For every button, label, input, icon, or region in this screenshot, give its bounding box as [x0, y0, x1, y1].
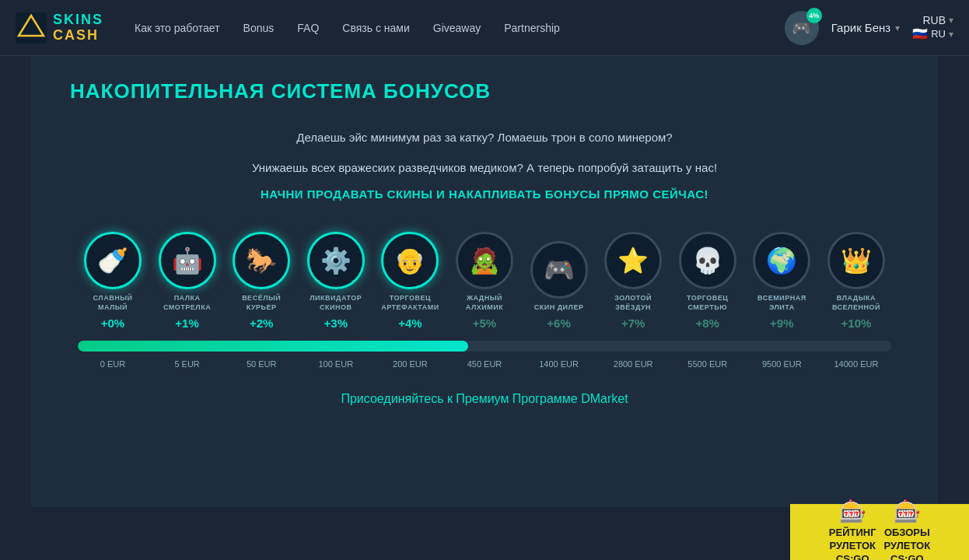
- level-circle-6: 🎮: [530, 241, 588, 299]
- level-circle-1: 🤖: [159, 232, 216, 289]
- level-circle-9: 🌍: [753, 232, 810, 289]
- level-bonus-1: +1%: [175, 317, 198, 330]
- eur-label-1: 5 EUR: [152, 359, 222, 369]
- user-chevron-icon: ▾: [895, 23, 900, 33]
- eur-label-7: 2800 EUR: [598, 359, 668, 369]
- level-bonus-0: +0%: [101, 317, 124, 330]
- level-name-0: СЛАВНЫЙ МАЛЫЙ: [82, 294, 144, 312]
- main-nav: Как это работает Bonus FAQ Связь с нами …: [135, 22, 785, 34]
- level-item-7: ⭐ЗОЛОТОЙ ЗВЁЗДУН+7%: [598, 232, 668, 330]
- nav-bonus[interactable]: Bonus: [243, 22, 275, 34]
- level-circle-5: 🧟: [456, 232, 513, 289]
- level-name-7: ЗОЛОТОЙ ЗВЁЗДУН: [602, 294, 664, 312]
- eur-label-0: 0 EUR: [78, 359, 148, 369]
- level-bonus-6: +6%: [547, 317, 570, 330]
- level-item-6: 🎮СКИН ДИЛЕР+6%: [524, 241, 594, 331]
- rating-widget[interactable]: 🎰 РЕЙТИНГ РУЛЕТОК CS:GO 🎰 ОБЗОРЫ РУЛЕТОК…: [790, 504, 969, 560]
- rating-icon: 🎰: [839, 498, 866, 526]
- logo-cash: CASH: [53, 28, 103, 44]
- levels-row: 🍼СЛАВНЫЙ МАЛЫЙ+0%🤖ПАЛКА СМОТРЕЛКА+1%🐎ВЕС…: [70, 232, 899, 330]
- level-item-3: ⚙️ЛИКВИДАТОР СКИНОВ+3%: [301, 232, 371, 330]
- level-circle-3: ⚙️: [307, 232, 365, 289]
- level-item-5: 🧟ЖАДНЫЙ АЛХИМИК+5%: [450, 232, 519, 330]
- progress-bar-container: [78, 341, 891, 352]
- page-title: НАКОПИТЕЛЬНАЯ СИСТЕМА БОНУСОВ: [70, 79, 899, 103]
- rating-left-label: РЕЙТИНГ РУЛЕТОК CS:GO: [829, 527, 876, 560]
- language-label: RU: [931, 28, 946, 40]
- eur-label-9: 9500 EUR: [747, 359, 817, 369]
- eur-label-3: 100 EUR: [301, 359, 371, 369]
- currency-select[interactable]: RUB ▾ 🇷🇺 RU ▾: [912, 14, 953, 41]
- level-item-1: 🤖ПАЛКА СМОТРЕЛКА+1%: [152, 232, 222, 330]
- bottom-promo[interactable]: Присоединяйтесь к Премиум Программе DMar…: [70, 392, 899, 406]
- level-bonus-8: +8%: [696, 317, 719, 330]
- level-bonus-7: +7%: [621, 317, 645, 330]
- level-bonus-4: +4%: [398, 317, 422, 330]
- user-name[interactable]: Гарик Бенз ▾: [831, 21, 900, 34]
- level-name-8: ТОРГОВЕЦ СМЕРТЬЮ: [677, 294, 739, 312]
- level-bonus-3: +3%: [324, 317, 348, 330]
- eur-label-6: 1400 EUR: [524, 359, 594, 369]
- level-bonus-5: +5%: [473, 317, 496, 330]
- level-name-4: ТОРГОВЕЦ АРТЕФАКТАМИ: [379, 294, 441, 312]
- level-item-0: 🍼СЛАВНЫЙ МАЛЫЙ+0%: [78, 232, 148, 330]
- level-circle-2: 🐎: [233, 232, 290, 289]
- level-name-6: СКИН ДИЛЕР: [534, 303, 584, 313]
- level-bonus-9: +9%: [770, 317, 793, 330]
- nav-faq[interactable]: FAQ: [297, 22, 319, 34]
- level-circle-7: ⭐: [604, 232, 662, 289]
- subtitle-line1: Делаешь эйс минимум раз за катку? Ломаеш…: [70, 127, 899, 148]
- level-item-10: 👑ВЛАДЫКА ВСЕЛЕННОЙ+10%: [821, 232, 891, 330]
- level-item-4: 👴ТОРГОВЕЦ АРТЕФАКТАМИ+4%: [375, 232, 445, 330]
- nav-contact[interactable]: Связь с нами: [342, 22, 409, 34]
- level-circle-10: 👑: [827, 232, 885, 289]
- level-name-2: ВЕСЁЛЫЙ КУРЬЕР: [230, 294, 292, 312]
- lang-chevron-icon: ▾: [949, 29, 953, 40]
- eur-label-5: 450 EUR: [450, 359, 519, 369]
- level-item-9: 🌍ВСЕМИРНАЯ ЭЛИТА+9%: [747, 232, 817, 330]
- eur-label-2: 50 EUR: [226, 359, 296, 369]
- level-circle-0: 🍼: [84, 232, 142, 289]
- level-circle-8: 💀: [679, 232, 736, 289]
- bottom-promo-link[interactable]: Присоединяйтесь к Премиум Программе DMar…: [341, 392, 628, 405]
- nav-how-it-works[interactable]: Как это работает: [135, 22, 220, 34]
- level-bonus-2: +2%: [250, 317, 273, 330]
- level-name-5: ЖАДНЫЙ АЛХИМИК: [453, 294, 516, 312]
- language-select[interactable]: 🇷🇺 RU ▾: [912, 26, 953, 41]
- main-content: НАКОПИТЕЛЬНАЯ СИСТЕМА БОНУСОВ Делаешь эй…: [31, 56, 938, 507]
- nav-giveaway[interactable]: Giveaway: [433, 22, 481, 34]
- flag-icon: 🇷🇺: [912, 26, 928, 41]
- level-circle-4: 👴: [381, 232, 439, 289]
- currency-chevron-icon: ▾: [949, 15, 953, 26]
- logo-skins: SKINS: [53, 12, 103, 28]
- rating-right-label: ОБЗОРЫ РУЛЕТОК CS:GO: [884, 527, 931, 560]
- progress-bar-fill: [78, 341, 468, 352]
- reviews-icon: 🎰: [894, 498, 921, 526]
- level-name-9: ВСЕМИРНАЯ ЭЛИТА: [750, 294, 813, 312]
- level-name-3: ЛИКВИДАТОР СКИНОВ: [305, 294, 367, 312]
- user-avatar-wrap[interactable]: 🎮 4%: [785, 11, 819, 45]
- subtitle-line2: Унижаешь всех вражеских разведчиков меди…: [70, 157, 899, 178]
- user-badge: 4%: [806, 8, 822, 23]
- eur-label-10: 14000 EUR: [821, 359, 891, 369]
- eur-labels-row: 0 EUR5 EUR50 EUR100 EUR200 EUR450 EUR140…: [70, 359, 899, 369]
- level-name-10: ВЛАДЫКА ВСЕЛЕННОЙ: [825, 294, 887, 312]
- cta-text: НАЧНИ ПРОДАВАТЬ СКИНЫ И НАКАПЛИВАТЬ БОНУ…: [70, 187, 899, 201]
- logo[interactable]: SKINS CASH: [16, 12, 103, 44]
- eur-label-8: 5500 EUR: [673, 359, 743, 369]
- level-bonus-10: +10%: [841, 317, 872, 330]
- level-item-8: 💀ТОРГОВЕЦ СМЕРТЬЮ+8%: [673, 232, 743, 330]
- currency-label: RUB: [922, 14, 946, 26]
- nav-partnership[interactable]: Partnership: [504, 22, 560, 34]
- eur-label-4: 200 EUR: [375, 359, 445, 369]
- level-item-2: 🐎ВЕСЁЛЫЙ КУРЬЕР+2%: [226, 232, 296, 330]
- level-name-1: ПАЛКА СМОТРЕЛКА: [156, 294, 219, 312]
